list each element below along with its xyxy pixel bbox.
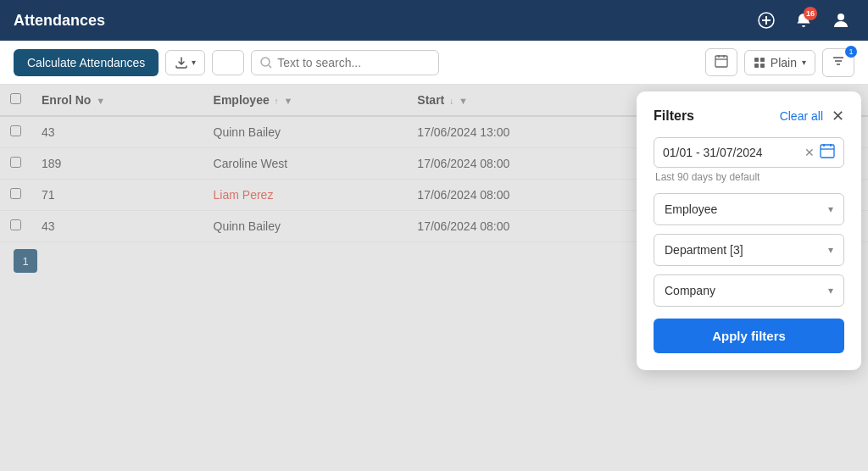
filters-title: Filters	[654, 108, 694, 124]
employee-dropdown-label: Employee	[665, 202, 717, 216]
chevron-down-icon: ▾	[192, 58, 196, 67]
search-input[interactable]	[277, 56, 430, 69]
date-clear-button[interactable]: ✕	[803, 146, 816, 159]
view-label: Plain	[771, 56, 797, 69]
filters-header-right: Clear all ✕	[780, 108, 844, 124]
svg-rect-10	[754, 58, 759, 62]
start-cell: 17/06/2024 08:00	[407, 211, 637, 242]
add-button[interactable]	[753, 7, 780, 34]
toolbar: Calculate Attendances ▾ Plain ▾ 1	[0, 41, 868, 85]
row-checkbox[interactable]	[10, 125, 21, 136]
filter-toggle-button[interactable]	[212, 50, 244, 75]
close-filters-button[interactable]: ✕	[832, 108, 844, 124]
svg-point-4	[261, 58, 270, 66]
employee-filter-icon[interactable]: ▼	[284, 96, 293, 106]
filters-panel: Filters Clear all ✕ 01/01 - 31/07/2024 ✕…	[637, 91, 861, 370]
export-button[interactable]: ▾	[165, 50, 205, 75]
view-chevron-icon: ▾	[802, 58, 806, 67]
employee-cell: Quinn Bailey	[203, 211, 408, 242]
row-checkbox[interactable]	[10, 188, 21, 199]
page-1-button[interactable]: 1	[14, 249, 37, 273]
navbar: Attendances 16	[0, 0, 868, 41]
start-filter-icon[interactable]: ▼	[459, 96, 468, 106]
enrol-cell: 71	[31, 180, 203, 211]
svg-line-5	[269, 65, 271, 68]
employee-chevron-icon: ▾	[828, 203, 833, 215]
svg-rect-17	[821, 145, 834, 158]
enrol-no-header: Enrol No	[42, 93, 91, 107]
employee-cell: Quinn Bailey	[203, 116, 408, 148]
enrol-cell: 189	[31, 148, 203, 180]
advanced-filter-button[interactable]: 1	[822, 48, 854, 77]
select-all-checkbox[interactable]	[10, 93, 21, 104]
filters-header: Filters Clear all ✕	[654, 108, 844, 124]
date-calendar-button[interactable]	[820, 143, 835, 162]
svg-rect-11	[760, 58, 765, 62]
department-chevron-icon: ▾	[828, 244, 833, 256]
notification-badge: 16	[804, 7, 817, 20]
employee-sort-asc-icon[interactable]: ↑	[275, 97, 279, 106]
department-dropdown-label: Department [3]	[665, 243, 743, 257]
employee-cell[interactable]: Liam Perez	[203, 180, 408, 211]
employee-cell: Caroline West	[203, 148, 408, 180]
svg-rect-12	[754, 64, 759, 68]
search-box	[251, 50, 439, 75]
svg-rect-6	[715, 56, 727, 67]
employee-filter-dropdown[interactable]: Employee ▾	[654, 193, 844, 225]
employee-header: Employee	[214, 93, 270, 107]
start-cell: 17/06/2024 08:00	[407, 148, 637, 180]
start-cell: 17/06/2024 08:00	[407, 180, 637, 211]
enrol-cell: 43	[31, 116, 203, 148]
row-checkbox[interactable]	[10, 157, 21, 168]
start-sort-desc-icon[interactable]: ↓	[449, 97, 453, 106]
user-menu-button[interactable]	[827, 7, 854, 34]
calculate-attendances-button[interactable]: Calculate Attendances	[14, 49, 159, 76]
svg-rect-13	[760, 64, 765, 68]
calendar-view-button[interactable]	[705, 48, 737, 76]
apply-filters-button[interactable]: Apply filters	[654, 319, 844, 353]
content-area: Enrol No ▼ Employee ↑ ▼ Start ↓ ▼ End	[0, 85, 868, 471]
row-checkbox[interactable]	[10, 219, 21, 230]
enrol-cell: 43	[31, 211, 203, 242]
start-cell: 17/06/2024 13:00	[407, 116, 637, 148]
company-filter-dropdown[interactable]: Company ▾	[654, 274, 844, 307]
svg-point-3	[837, 14, 844, 20]
app-title: Attendances	[14, 12, 105, 30]
enrol-filter-icon[interactable]: ▼	[96, 96, 105, 106]
department-filter-dropdown[interactable]: Department [3] ▾	[654, 234, 844, 266]
view-select[interactable]: Plain ▾	[744, 50, 815, 75]
date-hint: Last 90 days by default	[655, 171, 844, 183]
notifications-button[interactable]: 16	[790, 7, 817, 34]
start-header: Start	[417, 93, 444, 107]
date-range-value: 01/01 - 31/07/2024	[663, 146, 799, 159]
navbar-icons: 16	[753, 7, 854, 34]
clear-all-button[interactable]: Clear all	[780, 109, 823, 123]
date-range-input[interactable]: 01/01 - 31/07/2024 ✕	[654, 137, 844, 168]
company-chevron-icon: ▾	[828, 285, 833, 296]
filter-count-badge: 1	[845, 46, 857, 58]
company-dropdown-label: Company	[665, 284, 715, 297]
